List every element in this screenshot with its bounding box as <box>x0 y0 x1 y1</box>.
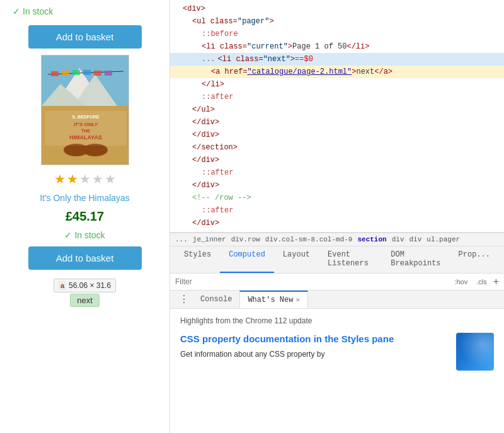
breadcrumb-div-2[interactable]: div <box>410 236 422 243</box>
breadcrumb-div-col[interactable]: div.col-sm-8.col-md-9 <box>265 236 353 243</box>
filter-bar: :hov .cls + <box>170 274 504 291</box>
html-line: </div> <box>170 116 504 129</box>
article-description: Get information about any CSS property b… <box>180 349 449 360</box>
in-stock-top: ✓ In stock <box>13 6 53 16</box>
devtools-panel: <div> <ul class="pager"> ::before <li cl… <box>170 0 504 433</box>
bottom-panel: ⋮ Console What's New ✕ Highlights from t… <box>170 291 504 433</box>
html-line: </ul> <box>170 103 504 116</box>
svg-rect-8 <box>83 70 91 75</box>
add-to-basket-button-top[interactable]: Add to basket <box>28 25 142 49</box>
star-3: ★ <box>79 171 91 187</box>
add-to-basket-button-bottom[interactable]: Add to basket <box>28 246 142 270</box>
price: £45.17 <box>66 209 104 224</box>
html-line: ::after <box>170 204 504 217</box>
tooltip-size: 56.06 × 31.6 <box>69 281 111 290</box>
left-panel: ✓ In stock Add to basket <box>0 0 170 433</box>
svg-rect-7 <box>72 70 80 75</box>
svg-rect-10 <box>105 71 112 76</box>
html-line: <!-- /row --> <box>170 192 504 204</box>
svg-text:HIMALAYAS: HIMALAYAS <box>69 134 102 141</box>
svg-rect-6 <box>62 71 69 76</box>
breadcrumb-ul-pager[interactable]: ul.pager <box>427 236 460 243</box>
element-tooltip: a 56.06 × 31.6 <box>54 279 116 292</box>
bottom-tabs-dots[interactable]: ⋮ <box>175 291 193 308</box>
html-line: ::after <box>170 91 504 103</box>
tab-console[interactable]: Console <box>193 291 239 308</box>
tab-prop[interactable]: Prop... <box>450 246 499 273</box>
html-line: </section> <box>170 141 504 154</box>
book-title-link[interactable]: It's Only the Himalayas <box>40 193 130 203</box>
filter-input[interactable] <box>175 277 448 286</box>
svg-text:IT'S ONLY: IT'S ONLY <box>73 122 98 127</box>
html-line-link[interactable]: <a href="catalogue/page-2.html">next</a> <box>170 66 504 78</box>
book-cover: S. BEDFORD IT'S ONLY THE HIMALAYAS <box>41 55 129 165</box>
checkmark-icon: ✓ <box>13 6 20 16</box>
tab-event-listeners[interactable]: Event Listeners <box>319 246 382 273</box>
checkmark-icon-2: ✓ <box>64 230 72 240</box>
article-text: CSS property documentation in the Styles… <box>180 333 449 359</box>
html-line: </div> <box>170 154 504 166</box>
html-line: <ul class="pager"> <box>170 15 504 28</box>
html-line: ::before <box>170 28 504 40</box>
star-5: ★ <box>105 171 116 187</box>
add-filter-button[interactable]: + <box>493 276 499 287</box>
breadcrumb-section[interactable]: section <box>357 236 386 243</box>
whats-new-subtitle: Highlights from the Chrome 112 update <box>180 316 494 325</box>
svg-text:THE: THE <box>81 129 90 133</box>
star-1: ★ <box>54 171 66 187</box>
star-4: ★ <box>92 171 103 187</box>
breadcrumb: ... je_inner div.row div.col-sm-8.col-md… <box>170 233 504 246</box>
next-button[interactable]: next <box>70 294 100 307</box>
html-line: </li> <box>170 78 504 91</box>
devtools-tabs: Styles Computed Layout Event Listeners D… <box>170 246 504 274</box>
html-line: </div> <box>170 179 504 192</box>
breadcrumb-je-inner[interactable]: je_inner <box>193 236 226 243</box>
article-image <box>456 333 494 371</box>
tooltip-tag: a <box>59 281 66 290</box>
close-whats-new[interactable]: ✕ <box>295 296 300 304</box>
star-rating: ★ ★ ★ ★ ★ <box>54 171 116 187</box>
html-line-selected[interactable]: ... <li class="next"> == $0 <box>170 53 504 66</box>
html-source: <div> <ul class="pager"> ::before <li cl… <box>170 0 504 233</box>
tab-styles[interactable]: Styles <box>175 246 220 273</box>
svg-text:S. BEDFORD: S. BEDFORD <box>72 115 99 119</box>
whats-new-content: Highlights from the Chrome 112 update CS… <box>170 309 504 433</box>
in-stock-bottom: ✓ In stock <box>64 230 105 240</box>
star-2: ★ <box>67 171 78 187</box>
bottom-tabs-bar: ⋮ Console What's New ✕ <box>170 291 504 309</box>
html-line: </div> <box>170 129 504 141</box>
whats-new-article: CSS property documentation in the Styles… <box>180 333 494 371</box>
html-line: </div> <box>170 217 504 229</box>
html-line: ::after <box>170 166 504 179</box>
tab-layout[interactable]: Layout <box>274 246 319 273</box>
breadcrumb-div-row[interactable]: div.row <box>231 236 260 243</box>
tab-dom-breakpoints[interactable]: DOM Breakpoints <box>382 246 449 273</box>
svg-rect-5 <box>51 71 59 76</box>
hov-button[interactable]: :hov <box>452 277 470 287</box>
tab-whats-new[interactable]: What's New ✕ <box>239 291 308 308</box>
article-title: CSS property documentation in the Styles… <box>180 333 449 345</box>
tab-computed[interactable]: Computed <box>220 246 274 273</box>
tooltip-container: a 56.06 × 31.6 next <box>54 279 116 307</box>
breadcrumb-ellipsis[interactable]: ... <box>175 236 188 243</box>
svg-rect-9 <box>94 71 101 76</box>
cls-button[interactable]: .cls <box>474 277 490 287</box>
html-line: <li class="current"> Page 1 of 50 </li> <box>170 40 504 53</box>
html-line: <div> <box>170 3 504 15</box>
breadcrumb-div-1[interactable]: div <box>392 236 404 243</box>
